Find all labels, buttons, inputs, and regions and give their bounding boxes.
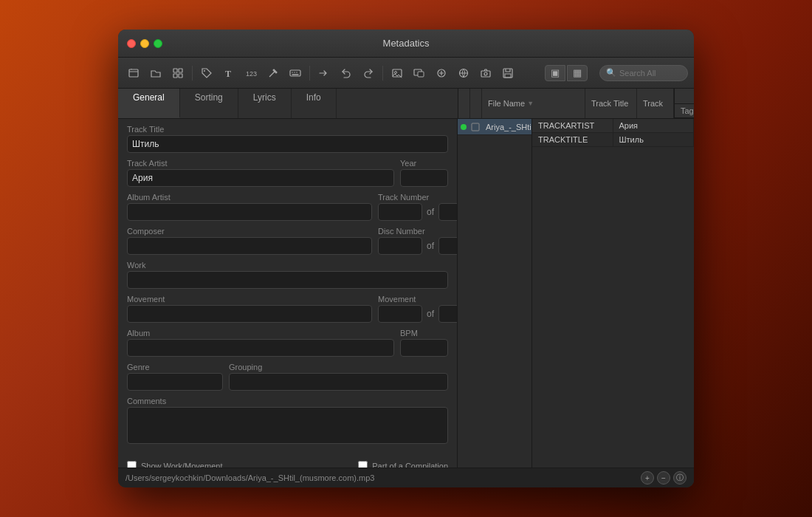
tab-lyrics[interactable]: Lyrics [238, 89, 292, 118]
grouping-input[interactable] [229, 373, 448, 391]
tag-button[interactable] [197, 64, 216, 83]
col-header-filename[interactable]: File Name ▼ [482, 89, 585, 118]
icon-col [470, 89, 482, 118]
composer-disc-row: Composer Disc Number of [127, 227, 448, 255]
tag-row: TRACKTITLE Штиль [532, 133, 694, 147]
tab-general[interactable]: General [118, 89, 180, 118]
open-folder-button[interactable] [146, 64, 165, 83]
tag-row: TRACKARTIST Ария [532, 119, 694, 133]
tab-info[interactable]: Info [292, 89, 337, 118]
sep1 [192, 66, 193, 81]
col-track-label: Track [643, 99, 663, 108]
close-button[interactable] [127, 39, 136, 48]
camera-button[interactable] [476, 64, 495, 83]
track-total-input[interactable] [438, 203, 458, 221]
globe-button[interactable] [454, 64, 473, 83]
album-artist-label: Album Artist [127, 193, 372, 202]
open-file-button[interactable] [124, 64, 143, 83]
track-number-group: Track Number of [378, 193, 448, 221]
bpm-group: BPM [400, 329, 448, 357]
disc-total-input[interactable] [438, 237, 458, 255]
disc-num-input[interactable] [378, 237, 422, 255]
filepath-actions: + − ⓘ [641, 471, 687, 485]
window-title: Metadatics [383, 38, 430, 49]
track-artist-input[interactable] [127, 169, 394, 187]
text-button[interactable]: T [219, 64, 238, 83]
remove-button[interactable]: − [657, 471, 670, 485]
track-num-input[interactable] [378, 203, 422, 221]
tags-panel-header: All Tags Tag Value [674, 89, 694, 118]
movement-total-input[interactable] [438, 305, 458, 323]
track-artist-group: Track Artist [127, 159, 394, 187]
comments-input[interactable] [127, 407, 448, 444]
row-indicator [458, 119, 469, 135]
tools-button[interactable] [264, 64, 283, 83]
tags-list: TRACKARTIST Ария TRACKTITLE Штиль [532, 119, 694, 468]
work-input[interactable] [127, 271, 448, 289]
tag-value: Ария [613, 119, 695, 132]
tab-sorting[interactable]: Sorting [180, 89, 238, 118]
show-work-label: Show Work/Movement [141, 462, 222, 468]
tag-name: TRACKARTIST [532, 119, 613, 132]
green-dot-icon [461, 124, 467, 130]
image-button[interactable] [388, 64, 407, 83]
album-label: Album [127, 329, 394, 338]
disc-number-group: Disc Number of [378, 227, 448, 255]
left-panel: Track Title Track Artist Year [118, 119, 458, 468]
movement-group: Movement [127, 295, 372, 323]
tag-name: TRACKTITLE [532, 133, 613, 146]
svg-rect-3 [173, 74, 177, 78]
movement-of-label: of [424, 309, 437, 319]
track-title-label: Track Title [127, 125, 448, 134]
svg-rect-36 [472, 123, 479, 131]
track-of-label: of [424, 207, 437, 217]
composer-input[interactable] [127, 237, 372, 255]
compilation-checkbox[interactable] [358, 461, 368, 468]
file-row[interactable]: Ariya_-_SHtil_(musmore.... Штиль Ария [458, 119, 531, 135]
tab-bar: General Sorting Lyrics Info [118, 89, 458, 118]
convert-button[interactable] [314, 64, 334, 83]
col-header-title[interactable]: Track Title [585, 89, 637, 118]
keyboard-button[interactable] [286, 64, 305, 83]
movement-num-inputs: of [378, 305, 448, 323]
file-list: Ariya_-_SHtil_(musmore.... Штиль Ария [458, 119, 531, 468]
info-button[interactable]: ⓘ [673, 471, 687, 485]
image2-button[interactable] [410, 64, 429, 83]
view-single-button[interactable]: ▣ [545, 65, 565, 81]
redo-button[interactable] [359, 64, 378, 83]
save-button[interactable] [498, 64, 517, 83]
album-input[interactable] [127, 339, 394, 357]
undo-button[interactable] [337, 64, 356, 83]
tags-panel-title: All Tags [675, 89, 694, 104]
year-input[interactable] [400, 169, 448, 187]
add-button[interactable]: + [641, 471, 654, 485]
titlebar: Metadatics [118, 30, 694, 58]
view-buttons: ▣ ▦ [545, 65, 588, 81]
movement-input[interactable] [127, 305, 372, 323]
track-number-inputs: of [378, 203, 448, 221]
image3-button[interactable] [432, 64, 451, 83]
genre-input[interactable] [127, 373, 223, 391]
main-content: Track Title Track Artist Year [118, 119, 694, 468]
movement-num-input[interactable] [378, 305, 422, 323]
view-split-button[interactable]: ▦ [567, 65, 588, 81]
open-other-button[interactable] [168, 64, 187, 83]
search-input[interactable] [619, 69, 686, 78]
col-header-track[interactable]: Track [637, 89, 674, 118]
album-artist-track-row: Album Artist Track Number of [127, 193, 448, 221]
genre-label: Genre [127, 363, 223, 372]
maximize-button[interactable] [154, 39, 162, 48]
show-work-checkbox[interactable] [127, 461, 137, 468]
minimize-button[interactable] [140, 39, 149, 48]
composer-label: Composer [127, 227, 372, 236]
track-title-input[interactable] [127, 135, 448, 153]
bpm-input[interactable] [400, 339, 448, 357]
track-title-field: Track Title [127, 125, 448, 153]
album-artist-input[interactable] [127, 203, 372, 221]
movement-num-label: Movement [378, 295, 448, 304]
year-group: Year [400, 159, 448, 187]
tag-col-tag: Tag [675, 104, 694, 117]
number-button[interactable]: 123 [241, 64, 261, 83]
svg-point-22 [484, 72, 487, 75]
svg-rect-21 [481, 71, 490, 77]
